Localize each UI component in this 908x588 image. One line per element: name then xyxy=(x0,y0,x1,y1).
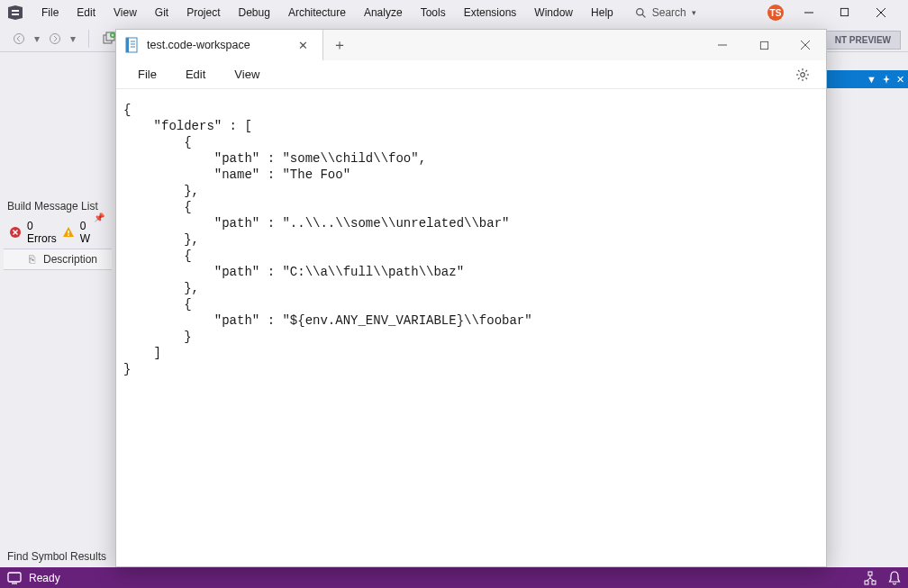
svg-line-42 xyxy=(798,77,800,79)
vs-menubar: File Edit View Git Project Debug Archite… xyxy=(0,0,908,25)
close-button[interactable] xyxy=(876,7,894,18)
editor-content[interactable]: { "folders" : [ { "path" : "some\\child\… xyxy=(116,89,826,566)
col-description[interactable]: Description xyxy=(43,253,97,266)
menu-view[interactable]: View xyxy=(104,3,146,23)
user-avatar-badge[interactable]: TS xyxy=(767,5,784,21)
svg-point-0 xyxy=(636,8,642,14)
right-pane-header[interactable]: ▼ ✕ xyxy=(827,70,908,88)
error-icon xyxy=(9,226,22,239)
svg-rect-32 xyxy=(760,41,767,49)
editor-minimize-button[interactable] xyxy=(702,30,743,60)
search-label: Search xyxy=(652,6,686,19)
svg-line-1 xyxy=(642,14,645,17)
gutter-col xyxy=(9,253,25,266)
errors-count[interactable]: 0 Errors xyxy=(27,220,57,245)
panel-title-label: Build Message List xyxy=(7,200,98,213)
menu-edit[interactable]: Edit xyxy=(68,3,104,23)
new-tab-button[interactable]: ＋ xyxy=(323,30,356,60)
chevron-down-icon[interactable]: ▾ xyxy=(67,31,79,47)
nav-forward-button[interactable] xyxy=(45,31,65,47)
svg-rect-27 xyxy=(126,38,129,52)
menu-file[interactable]: File xyxy=(32,3,68,23)
svg-point-7 xyxy=(50,33,60,43)
pin-icon[interactable] xyxy=(882,75,891,84)
editor-titlebar: test.code-workspace ✕ ＋ xyxy=(116,30,826,60)
col-icon: ⎘ xyxy=(29,253,40,266)
warning-icon xyxy=(62,226,75,239)
tab-close-button[interactable]: ✕ xyxy=(295,37,312,54)
menu-analyze[interactable]: Analyze xyxy=(355,3,412,23)
find-symbol-panel-title[interactable]: Find Symbol Results xyxy=(4,547,110,566)
menu-extensions[interactable]: Extensions xyxy=(455,3,526,23)
notification-bell-icon[interactable] xyxy=(888,571,901,585)
minimize-button[interactable] xyxy=(804,7,822,18)
vs-logo-icon xyxy=(5,3,25,23)
status-bar: Ready xyxy=(0,567,908,588)
chevron-down-icon: ▾ xyxy=(692,8,696,17)
svg-rect-22 xyxy=(872,581,876,584)
search-box[interactable]: Search ▾ xyxy=(635,6,696,19)
menu-debug[interactable]: Debug xyxy=(230,3,279,23)
svg-line-40 xyxy=(798,70,800,72)
svg-line-41 xyxy=(805,77,807,79)
svg-rect-21 xyxy=(865,581,868,584)
source-control-icon[interactable] xyxy=(863,571,877,585)
build-message-panel: Build Message List 📌 0 Errors 0 W ⎘ Desc… xyxy=(4,196,112,270)
notepad-file-icon xyxy=(123,37,140,53)
svg-point-35 xyxy=(801,72,805,77)
editor-maximize-button[interactable] xyxy=(743,30,785,60)
editor-menubar: File Edit View xyxy=(116,60,826,89)
close-icon[interactable]: ✕ xyxy=(896,74,904,86)
svg-line-43 xyxy=(805,70,807,72)
editor-window: test.code-workspace ✕ ＋ File Edit View {… xyxy=(115,29,827,567)
nav-back-button[interactable] xyxy=(9,31,29,47)
editor-menu-edit[interactable]: Edit xyxy=(171,62,220,86)
gear-icon[interactable] xyxy=(786,64,819,86)
svg-point-6 xyxy=(14,33,24,43)
preview-badge: NT PREVIEW xyxy=(825,31,901,50)
search-icon xyxy=(635,7,647,19)
menu-project[interactable]: Project xyxy=(177,3,229,23)
editor-tab-label: test.code-workspace xyxy=(147,39,287,51)
editor-tab[interactable]: test.code-workspace ✕ xyxy=(116,30,323,60)
pin-icon[interactable]: 📌 xyxy=(94,213,108,222)
output-icon[interactable] xyxy=(7,572,22,584)
chevron-down-icon[interactable]: ▾ xyxy=(31,31,43,47)
editor-menu-view[interactable]: View xyxy=(220,62,274,86)
editor-menu-file[interactable]: File xyxy=(123,62,171,86)
svg-rect-3 xyxy=(840,8,848,15)
menu-architecture[interactable]: Architecture xyxy=(279,3,355,23)
menu-tools[interactable]: Tools xyxy=(412,3,455,23)
chevron-down-icon[interactable]: ▼ xyxy=(867,74,876,85)
editor-close-button[interactable] xyxy=(785,30,826,60)
menu-window[interactable]: Window xyxy=(525,3,582,23)
maximize-button[interactable] xyxy=(840,7,858,18)
warnings-count[interactable]: 0 W xyxy=(80,220,90,245)
status-ready: Ready xyxy=(29,572,60,584)
svg-rect-18 xyxy=(8,573,21,582)
menu-git[interactable]: Git xyxy=(146,3,177,23)
menu-help[interactable]: Help xyxy=(582,3,622,23)
svg-rect-20 xyxy=(868,572,872,575)
svg-point-17 xyxy=(68,234,69,236)
